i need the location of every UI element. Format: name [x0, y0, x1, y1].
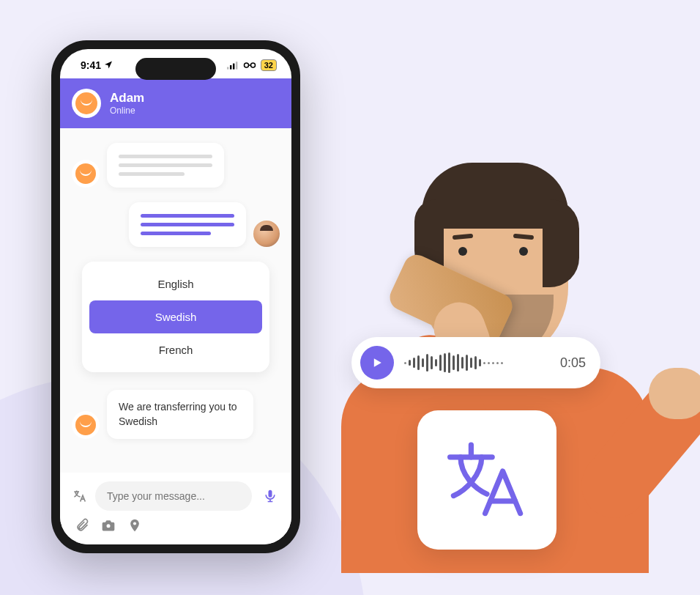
bot-message-row: We are transferring you to Swedish	[72, 390, 280, 439]
bot-avatar	[72, 411, 100, 439]
language-option-swedish[interactable]: Swedish	[89, 300, 262, 333]
svg-rect-3	[236, 62, 237, 69]
bot-message-bubble	[107, 143, 224, 188]
user-message-bubble	[129, 202, 246, 247]
language-option-french[interactable]: French	[89, 333, 262, 366]
status-time: 9:41	[81, 59, 101, 71]
svg-rect-2	[233, 64, 234, 70]
location-arrow-icon	[104, 59, 113, 71]
svg-point-8	[133, 522, 136, 525]
audio-waveform[interactable]	[404, 352, 550, 373]
audio-duration: 0:05	[560, 355, 586, 371]
attachment-icon[interactable]	[75, 518, 89, 533]
microphone-button[interactable]	[259, 485, 281, 507]
translate-card[interactable]	[417, 410, 556, 550]
phone-screen: 9:41	[60, 49, 291, 544]
svg-point-5	[250, 63, 255, 67]
transfer-message-bubble: We are transferring you to Swedish	[107, 390, 253, 439]
translate-icon[interactable]	[70, 489, 88, 503]
svg-point-4	[244, 63, 248, 67]
language-picker: English Swedish French	[82, 262, 269, 372]
language-option-english[interactable]: English	[89, 267, 262, 300]
translate-icon	[443, 436, 531, 524]
play-button[interactable]	[360, 346, 394, 380]
user-message-row	[72, 202, 280, 247]
chat-body: English Swedish French We are transferri…	[60, 128, 291, 506]
user-avatar	[253, 221, 280, 247]
battery-level-badge: 32	[261, 59, 277, 71]
svg-point-7	[107, 524, 111, 528]
chat-contact-status: Online	[110, 106, 144, 116]
link-icon	[243, 62, 256, 69]
phone-frame: 9:41	[51, 40, 300, 553]
message-input[interactable]	[95, 481, 252, 511]
audio-player-card: 0:05	[351, 337, 600, 388]
svg-rect-0	[227, 67, 228, 69]
camera-icon[interactable]	[101, 518, 116, 533]
location-pin-icon[interactable]	[127, 518, 142, 533]
signal-icon	[227, 61, 239, 70]
bot-message-row	[72, 143, 280, 188]
chat-contact-name: Adam	[110, 91, 144, 106]
input-area	[60, 473, 291, 544]
svg-rect-6	[269, 490, 272, 498]
bot-avatar[interactable]	[72, 89, 101, 118]
bot-avatar	[72, 160, 100, 188]
chat-header: Adam Online	[60, 78, 291, 128]
notch	[135, 58, 216, 80]
svg-rect-1	[230, 65, 231, 70]
